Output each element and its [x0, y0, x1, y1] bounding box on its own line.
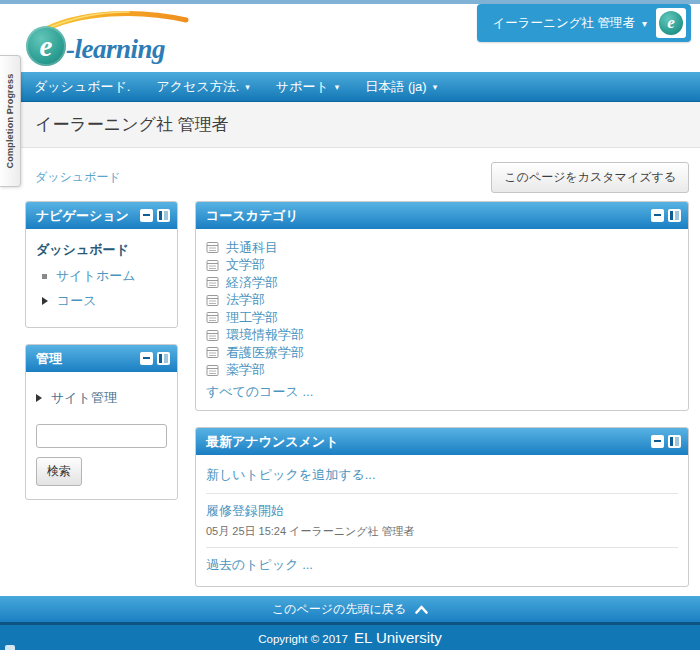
announcements-block-header: 最新アナウンスメント	[196, 428, 688, 455]
divider	[206, 547, 678, 548]
course-categories-content: 共通科目 文学部	[196, 229, 688, 410]
dock-icon[interactable]	[157, 352, 170, 365]
collapse-icon[interactable]	[140, 352, 153, 365]
caret-down-icon: ▾	[335, 82, 340, 92]
collapse-icon[interactable]	[651, 435, 664, 448]
block-title: 管理	[36, 350, 136, 368]
right-column: コースカテゴリ	[195, 201, 689, 596]
site-administration-link[interactable]: サイト管理	[51, 389, 117, 407]
category-row: 薬学部	[206, 362, 678, 380]
all-courses-link[interactable]: すべてのコース ...	[206, 383, 678, 400]
category-grid-icon	[206, 259, 219, 272]
copyright-organization: EL University	[354, 629, 442, 646]
announcements-content: 新しいトピックを追加する... 履修登録開始 05月 25日 15:24 イーラ…	[196, 455, 688, 586]
dock-tab-completion-progress[interactable]: Completion Progress	[0, 55, 21, 187]
topic-meta: 05月 25日 15:24 イーラーニング社 管理者	[206, 524, 678, 539]
nav-item-label: サポート	[276, 78, 329, 96]
docked-item-remnant[interactable]	[5, 645, 15, 650]
category-link[interactable]: 理工学部	[226, 309, 278, 327]
avatar-e-logo-icon: e	[659, 11, 683, 35]
breadcrumb-dashboard-link[interactable]: ダッシュボード	[35, 169, 121, 186]
user-menu-label: イーラーニング社 管理者	[493, 15, 635, 32]
dock-icon[interactable]	[157, 209, 170, 222]
site-header: e -learning イーラーニング社 管理者 ▾ e	[0, 4, 700, 72]
nav-tree-courses[interactable]: コース	[42, 292, 167, 310]
triangle-right-icon	[42, 297, 48, 305]
nav-tree-dashboard-link[interactable]: ダッシュボード	[36, 241, 167, 259]
nav-item-label: アクセス方法.	[156, 78, 239, 96]
customize-page-button[interactable]: このページをカスタマイズする	[491, 162, 689, 193]
logo-e-badge-icon: e	[26, 26, 66, 66]
course-categories-block: コースカテゴリ	[195, 201, 689, 411]
nav-item-support[interactable]: サポート ▾	[263, 72, 352, 101]
category-grid-icon	[206, 241, 219, 254]
category-link[interactable]: 共通科目	[226, 239, 278, 257]
back-to-top-link[interactable]: このページの先頭に戻る	[272, 601, 428, 618]
navigation-block-content: ダッシュボード サイトホーム コース	[26, 229, 177, 327]
course-categories-block-header: コースカテゴリ	[196, 202, 688, 229]
caret-down-icon: ▾	[642, 18, 647, 29]
category-link[interactable]: 文学部	[226, 256, 265, 274]
nav-item-label: 日本語 (ja)	[365, 78, 426, 96]
footer: このページの先頭に戻る Copyright © 2017 EL Universi…	[0, 596, 700, 650]
nav-item-access-methods[interactable]: アクセス方法. ▾	[143, 72, 262, 101]
main-content: ナビゲーション ダッシュボード サイトホーム コース 管理	[0, 201, 700, 596]
dock-tab-label: Completion Progress	[5, 74, 15, 169]
divider	[206, 493, 678, 494]
category-row: 法学部	[206, 292, 678, 310]
admin-tree-site-administration[interactable]: サイト管理	[36, 389, 167, 407]
nav-item-dashboard[interactable]: ダッシュボード.	[21, 72, 143, 101]
page-title: イーラーニング社 管理者	[35, 113, 229, 136]
category-grid-icon	[206, 329, 219, 342]
administration-block-content: サイト管理 検索	[26, 372, 177, 499]
nav-item-language[interactable]: 日本語 (ja) ▾	[352, 72, 450, 101]
category-grid-icon	[206, 294, 219, 307]
category-row: 理工学部	[206, 309, 678, 327]
user-avatar: e	[656, 8, 686, 38]
navigation-block-header: ナビゲーション	[26, 202, 177, 229]
category-link[interactable]: 経済学部	[226, 274, 278, 292]
category-row: 経済学部	[206, 274, 678, 292]
navigation-block: ナビゲーション ダッシュボード サイトホーム コース	[25, 201, 178, 328]
logo-wordmark: -learning	[66, 34, 165, 65]
category-row: 共通科目	[206, 239, 678, 257]
footer-main: Copyright © 2017 EL University	[0, 625, 700, 650]
main-navbar: ダッシュボード. アクセス方法. ▾ サポート ▾ 日本語 (ja) ▾	[0, 72, 700, 102]
add-new-topic-link[interactable]: 新しいトピックを追加する...	[206, 466, 678, 484]
breadcrumb-row: ダッシュボード このページをカスタマイズする	[0, 148, 700, 201]
search-button[interactable]: 検索	[36, 457, 82, 486]
category-link[interactable]: 法学部	[226, 291, 265, 309]
user-menu-button[interactable]: イーラーニング社 管理者 ▾ e	[477, 4, 691, 42]
category-link[interactable]: 看護医療学部	[226, 344, 304, 362]
category-link[interactable]: 環境情報学部	[226, 326, 304, 344]
category-link[interactable]: 薬学部	[226, 361, 265, 379]
category-row: 文学部	[206, 257, 678, 275]
e-learning-logo[interactable]: e -learning	[26, 10, 211, 68]
triangle-right-icon	[36, 394, 42, 402]
page-heading-bar: イーラーニング社 管理者	[0, 102, 700, 148]
block-title: 最新アナウンスメント	[206, 433, 647, 451]
category-grid-icon	[206, 364, 219, 377]
block-title: ナビゲーション	[36, 207, 136, 225]
collapse-icon[interactable]	[651, 209, 664, 222]
back-to-top-label: このページの先頭に戻る	[272, 601, 406, 618]
category-grid-icon	[206, 276, 219, 289]
caret-down-icon: ▾	[433, 82, 438, 92]
topic-title-link[interactable]: 履修登録開始	[206, 502, 678, 520]
square-bullet-icon	[42, 274, 47, 279]
administration-block-header: 管理	[26, 345, 177, 372]
left-column: ナビゲーション ダッシュボード サイトホーム コース 管理	[25, 201, 178, 596]
dock-icon[interactable]	[668, 435, 681, 448]
administration-block: 管理 サイト管理 検索	[25, 344, 178, 500]
older-topics-link[interactable]: 過去のトピック ...	[206, 556, 678, 574]
chevron-up-icon	[415, 605, 428, 614]
block-title: コースカテゴリ	[206, 207, 647, 225]
caret-down-icon: ▾	[245, 82, 250, 92]
courses-link[interactable]: コース	[57, 292, 97, 310]
category-grid-icon	[206, 311, 219, 324]
nav-tree-site-home[interactable]: サイトホーム	[42, 267, 167, 285]
admin-search-input[interactable]	[36, 424, 167, 448]
dock-icon[interactable]	[668, 209, 681, 222]
collapse-icon[interactable]	[140, 209, 153, 222]
site-home-link[interactable]: サイトホーム	[56, 267, 136, 285]
